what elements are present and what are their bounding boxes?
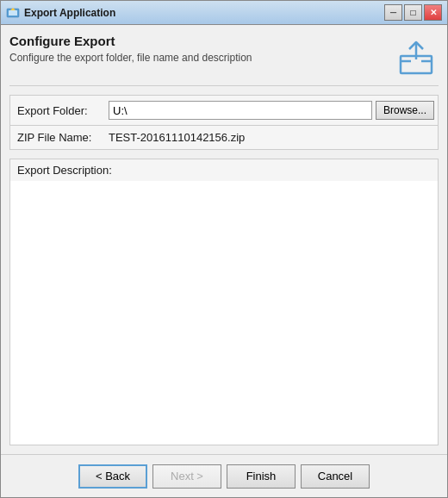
export-folder-row: Export Folder: Browse... bbox=[9, 95, 439, 125]
export-folder-label: Export Folder: bbox=[14, 104, 109, 117]
close-button[interactable]: ✕ bbox=[424, 4, 442, 21]
description-section: Export Description: bbox=[9, 159, 439, 445]
minimize-button[interactable]: ─ bbox=[384, 4, 402, 21]
export-icon bbox=[394, 34, 439, 78]
zip-label: ZIP File Name: bbox=[14, 131, 109, 144]
finish-button[interactable]: Finish bbox=[227, 464, 296, 489]
zip-filename-row: ZIP File Name: TEST-20161110142156.zip bbox=[9, 125, 439, 150]
back-button[interactable]: < Back bbox=[78, 464, 147, 489]
description-textarea[interactable] bbox=[9, 181, 439, 445]
browse-button[interactable]: Browse... bbox=[376, 101, 434, 120]
next-button[interactable]: Next > bbox=[152, 464, 221, 489]
window-title: Export Application bbox=[24, 7, 384, 19]
zip-value: TEST-20161110142156.zip bbox=[109, 131, 245, 144]
header-subtitle: Configure the export folder, file name a… bbox=[9, 52, 394, 64]
svg-rect-1 bbox=[9, 10, 17, 16]
main-window: Export Application ─ □ ✕ Configure Expor… bbox=[0, 0, 448, 498]
footer: < Back Next > Finish Cancel bbox=[1, 454, 447, 497]
cancel-button[interactable]: Cancel bbox=[301, 464, 370, 489]
window-controls: ─ □ ✕ bbox=[384, 4, 442, 21]
header-text: Configure Export Configure the export fo… bbox=[9, 34, 394, 64]
form-section: Export Folder: Browse... ZIP File Name: … bbox=[9, 95, 439, 150]
header-section: Configure Export Configure the export fo… bbox=[9, 34, 439, 86]
export-folder-input[interactable] bbox=[109, 101, 372, 120]
header-title: Configure Export bbox=[9, 34, 394, 48]
window-icon bbox=[6, 6, 20, 20]
maximize-button[interactable]: □ bbox=[404, 4, 422, 21]
title-bar: Export Application ─ □ ✕ bbox=[1, 1, 447, 25]
desc-label: Export Description: bbox=[9, 159, 439, 181]
content-area: Configure Export Configure the export fo… bbox=[1, 25, 447, 454]
